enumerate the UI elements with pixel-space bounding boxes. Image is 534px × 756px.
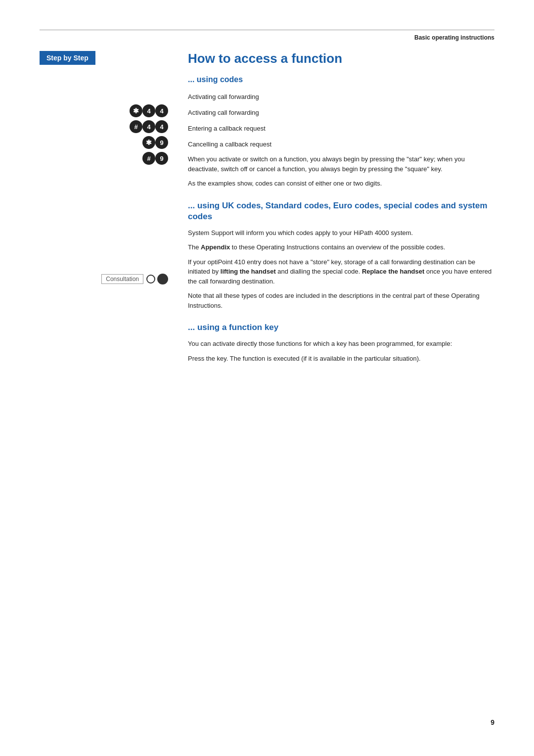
consultation-label-box: Consultation xyxy=(101,274,143,284)
para4-bold: Appendix xyxy=(201,243,230,251)
paragraph-1: When you activate or switch on a functio… xyxy=(188,154,494,174)
left-icons-area: ✱ 4 4 # 4 4 ✱ 9 # 9 xyxy=(40,104,168,284)
uk-codes-heading: ... using UK codes, Standard codes, Euro… xyxy=(188,200,494,222)
code-desc-1: Activating call forwarding xyxy=(188,93,494,100)
page-number: 9 xyxy=(490,718,494,726)
consultation-indicator xyxy=(146,274,168,284)
para5-bold2: Replace the handset xyxy=(362,268,424,275)
code-icons-row-4: # 9 xyxy=(40,152,168,165)
function-key-heading: ... using a function key xyxy=(188,322,494,333)
step-by-step-badge: Step by Step xyxy=(40,51,95,65)
main-layout: Step by Step ✱ 4 4 # 4 4 ✱ 9 xyxy=(40,51,494,368)
left-column: Step by Step ✱ 4 4 # 4 4 ✱ 9 xyxy=(40,51,178,368)
num4-icon-2b: 4 xyxy=(155,120,168,133)
code-desc-3: Entering a callback request xyxy=(188,125,494,132)
consultation-description: Press the key. The function is executed … xyxy=(188,354,494,364)
dot-white-icon xyxy=(146,275,155,284)
para4-pre: The xyxy=(188,243,201,251)
paragraph-7: You can activate directly those function… xyxy=(188,339,494,349)
consultation-left-area: Consultation xyxy=(40,274,168,284)
using-codes-heading: ... using codes xyxy=(188,75,494,84)
code-desc-row-1: Activating call forwarding xyxy=(188,90,494,103)
para5-bold1: lifting the handset xyxy=(221,268,276,275)
code-desc-2: Activating call forwarding xyxy=(188,109,494,116)
num4-icon-1a: 4 xyxy=(142,104,155,117)
hash-icon-2: # xyxy=(130,120,142,133)
page-container: Basic operating instructions Step by Ste… xyxy=(0,0,534,756)
paragraph-6: Note that all these types of codes are i… xyxy=(188,291,494,310)
codes-block: Activating call forwarding Activating ca… xyxy=(188,90,494,150)
num4-icon-1b: 4 xyxy=(155,104,168,117)
code-icons-row-3: ✱ 9 xyxy=(40,136,168,149)
header-divider xyxy=(40,30,494,30)
code-icons-row-2: # 4 4 xyxy=(40,120,168,133)
code-desc-row-2: Activating call forwarding xyxy=(188,106,494,119)
num4-icon-2a: 4 xyxy=(142,120,155,133)
code-icons-row-1: ✱ 4 4 xyxy=(40,104,168,117)
para4-post: to these Operating Instructions contains… xyxy=(230,243,445,251)
star-icon-3: ✱ xyxy=(142,136,155,149)
right-column: How to access a function ... using codes… xyxy=(178,51,494,368)
hash-icon-4: # xyxy=(142,152,155,165)
star-icon-1: ✱ xyxy=(130,104,142,117)
paragraph-5: If your optiPoint 410 entry does not hav… xyxy=(188,257,494,286)
paragraph-4: The Appendix to these Operating Instruct… xyxy=(188,242,494,252)
num9-icon-3: 9 xyxy=(155,136,168,149)
code-desc-row-3: Entering a callback request xyxy=(188,122,494,135)
code-desc-row-4: Cancelling a callback request xyxy=(188,138,494,150)
paragraph-3: System Support will inform you which cod… xyxy=(188,228,494,238)
header-section-title: Basic operating instructions xyxy=(40,34,494,41)
code-desc-4: Cancelling a callback request xyxy=(188,141,494,148)
para5-mid: and dialling the special code. xyxy=(276,268,362,275)
page-title: How to access a function xyxy=(188,51,494,66)
dot-black-icon xyxy=(157,274,168,284)
num9-icon-4: 9 xyxy=(155,152,168,165)
paragraph-2: As the examples show, codes can consist … xyxy=(188,179,494,189)
